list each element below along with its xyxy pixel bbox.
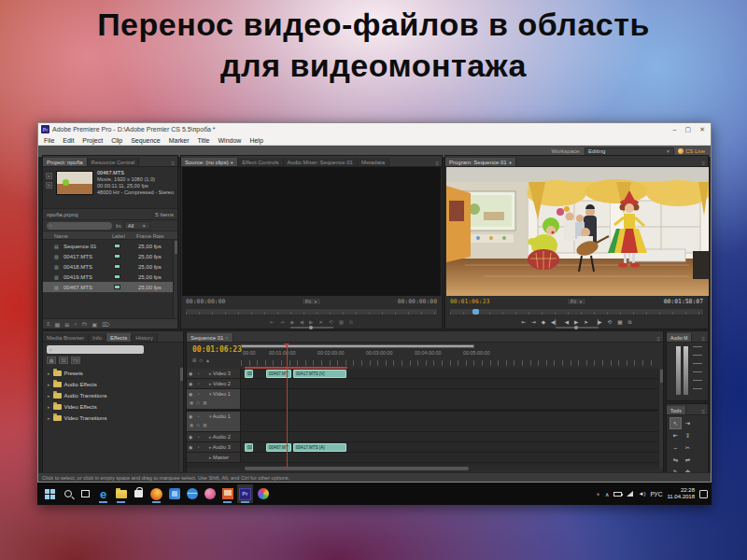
menu-help[interactable]: Help (249, 137, 262, 144)
maximize-button[interactable]: ▢ (685, 126, 692, 133)
tab-history[interactable]: History (132, 333, 158, 342)
panel-menu-icon[interactable]: ≡ (698, 336, 708, 342)
marker-button[interactable]: ◆ (289, 319, 293, 325)
store-app-button[interactable] (131, 484, 147, 503)
timeline-clip[interactable]: 001 (245, 370, 253, 378)
menu-window[interactable]: Window (218, 137, 241, 144)
play-button[interactable]: ▶ (309, 319, 313, 325)
tray-chevron-icon[interactable]: ∧ (605, 491, 609, 497)
step-back-button[interactable]: ◀ (565, 319, 569, 325)
media-app-button[interactable] (202, 484, 218, 503)
photos-app-button[interactable] (166, 484, 182, 503)
panel-menu-icon[interactable]: ≡ (654, 336, 663, 342)
minimize-button[interactable]: – (673, 126, 677, 133)
cs-live-button[interactable]: CS Live (678, 148, 705, 154)
find-button[interactable]: ⌕ (74, 321, 77, 328)
tab-resource-central[interactable]: Resource Central (88, 158, 140, 166)
filter-dropdown[interactable]: All▼ (124, 221, 150, 230)
play-button[interactable]: ▶ (574, 319, 578, 325)
effects-folder-row[interactable]: ▸ Video Transitions (43, 413, 177, 423)
label-color-chip[interactable] (114, 264, 120, 269)
list-view-button[interactable]: ≡ (47, 321, 50, 327)
timeline-clip[interactable]: 00417.MTS [V] (293, 370, 346, 378)
menu-clip[interactable]: Clip (111, 137, 122, 144)
shuttle-slider[interactable] (290, 327, 333, 329)
tab-audio-meters[interactable]: Audio M (667, 333, 692, 342)
track-audio1[interactable]: ◉ ▫ ▾ Audio 1 ▣ ◇ ▦ (187, 412, 663, 432)
tab-metadata[interactable]: Metadata (358, 158, 389, 166)
track-visibility-icon[interactable]: ◉ ▫ (189, 381, 202, 386)
image-app-button[interactable] (219, 484, 235, 503)
browser-app-button[interactable] (184, 484, 200, 503)
track-mute-icon[interactable]: ◉ ▫ (189, 413, 202, 419)
step-forward-button[interactable]: ➤ (584, 319, 588, 325)
effects-folder-row[interactable]: ▸ Audio Effects (43, 379, 177, 389)
new-item-button[interactable]: ▣ (92, 321, 98, 328)
twirl-icon[interactable]: ▸ (48, 415, 50, 421)
tab-tools[interactable]: Tools (667, 406, 686, 414)
label-color-chip[interactable] (114, 285, 120, 289)
taskbar-search-button[interactable] (60, 484, 76, 503)
marker-button[interactable]: ◆ (542, 319, 545, 325)
timeline-clip[interactable]: 00417.MTS [A] (293, 443, 346, 452)
project-scrollbar[interactable] (173, 240, 177, 320)
new-bin-button[interactable]: 🗀 (82, 321, 88, 327)
step-forward-button[interactable]: ➤ (318, 319, 323, 325)
export-frame-button[interactable]: ⧉ (628, 319, 632, 325)
go-to-out-button[interactable]: ▕▶ (594, 319, 602, 325)
project-row-clip[interactable]: ▥ 00417.MTS 25,00 fps (43, 251, 173, 261)
track-visibility-icon[interactable]: ◉ ▫ (189, 391, 202, 397)
file-explorer-button[interactable] (113, 484, 129, 503)
battery-icon[interactable] (613, 492, 622, 497)
label-color-chip[interactable] (114, 254, 120, 259)
volume-icon[interactable]: ◄) (638, 491, 645, 497)
effects-folder-row[interactable]: ▸ Presets (43, 368, 177, 378)
effects-search-input[interactable]: ⌕ (47, 345, 144, 354)
twirl-icon[interactable]: ▸ (48, 371, 50, 376)
set-out-button[interactable]: ⇥ (531, 319, 536, 325)
start-button[interactable] (42, 484, 58, 503)
menu-project[interactable]: Project (82, 137, 103, 144)
delete-button[interactable]: ⌦ (102, 321, 109, 328)
marker-button[interactable]: ▲ (205, 357, 210, 363)
timeline-clip[interactable]: 001 (245, 443, 253, 452)
tab-project[interactable]: Project: проба (43, 158, 88, 166)
rolling-edit-tool[interactable]: ⇕ (682, 429, 694, 441)
set-in-button[interactable]: ⇤ (270, 319, 275, 325)
source-scrubber[interactable] (185, 308, 438, 315)
effects-folder-row[interactable]: ▸ Audio Transitions (43, 390, 177, 400)
work-area-bar[interactable] (241, 344, 474, 348)
slip-tool[interactable]: ⇆ (669, 454, 682, 466)
tab-info[interactable]: Info (89, 333, 106, 342)
output-button[interactable]: ⧉ (349, 319, 353, 325)
taskbar-clock[interactable]: 22:28 11.04.2018 (667, 487, 695, 500)
source-zoom-dropdown[interactable]: Fit▼ (302, 298, 321, 305)
tab-effect-controls[interactable]: Effect Controls (238, 158, 283, 166)
panel-menu-icon[interactable]: ≡ (698, 409, 708, 414)
automate-to-sequence-button[interactable]: ⊞ (64, 321, 69, 328)
project-row-sequence[interactable]: ▤ Sequence 01 25,00 fps (43, 241, 173, 251)
step-back-button[interactable]: ◀ (300, 319, 303, 325)
track-mute-icon[interactable]: ◉ ▫ (189, 434, 202, 440)
track-audio2[interactable]: ◉ ▫ ▸ Audio 2 (187, 432, 663, 442)
track-display-style-icons[interactable]: ▣ ◇ ▦ (190, 400, 207, 405)
icon-view-button[interactable]: ▦ (55, 321, 61, 328)
go-to-in-button[interactable]: ◀▏ (551, 319, 559, 325)
yuv-effects-button[interactable]: YU (71, 357, 80, 364)
premiere-taskbar-button[interactable]: Pr (237, 484, 253, 503)
track-video2[interactable]: ◉ ▫ ▸ Video 2 (187, 379, 663, 389)
panel-menu-icon[interactable]: ≡ (698, 161, 708, 166)
twirl-icon[interactable]: ▸ (48, 382, 50, 387)
tab-sequence[interactable]: Sequence 01 × (187, 333, 233, 342)
project-row-clip[interactable]: ▥ 00419.MTS 25,00 fps (43, 272, 173, 282)
play-preview-button[interactable]: ↻ (46, 182, 52, 189)
action-center-icon[interactable] (699, 490, 708, 498)
loop-button[interactable]: ⟲ (608, 319, 613, 325)
effects-scrollbar[interactable] (178, 367, 183, 471)
selection-tool[interactable]: ↖ (669, 417, 682, 429)
snap-button[interactable]: ⊞ (192, 357, 196, 363)
panel-menu-icon[interactable]: ≡ (168, 161, 177, 166)
accelerated-effects-button[interactable]: ▦ (47, 357, 56, 364)
label-color-chip[interactable] (114, 274, 120, 279)
track-visibility-icon[interactable]: ◉ ▫ (189, 371, 202, 376)
